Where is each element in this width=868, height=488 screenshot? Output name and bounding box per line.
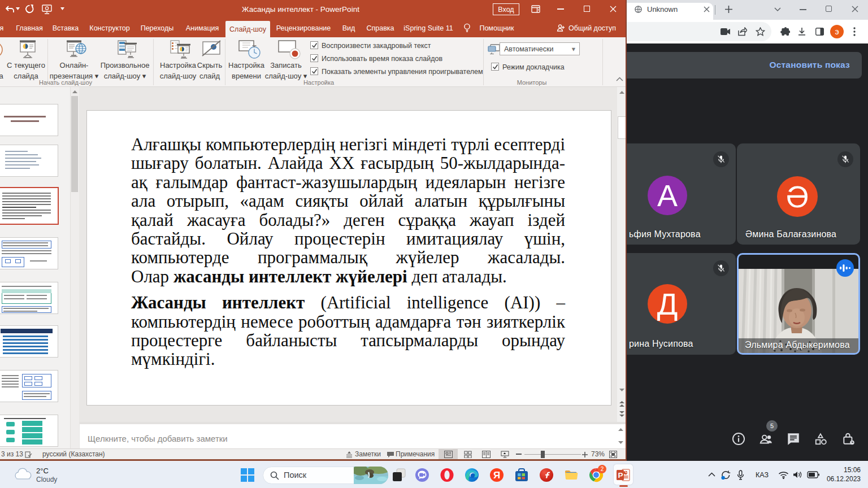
svg-text:Я: Я bbox=[493, 470, 500, 481]
svg-text:P: P bbox=[618, 471, 623, 480]
